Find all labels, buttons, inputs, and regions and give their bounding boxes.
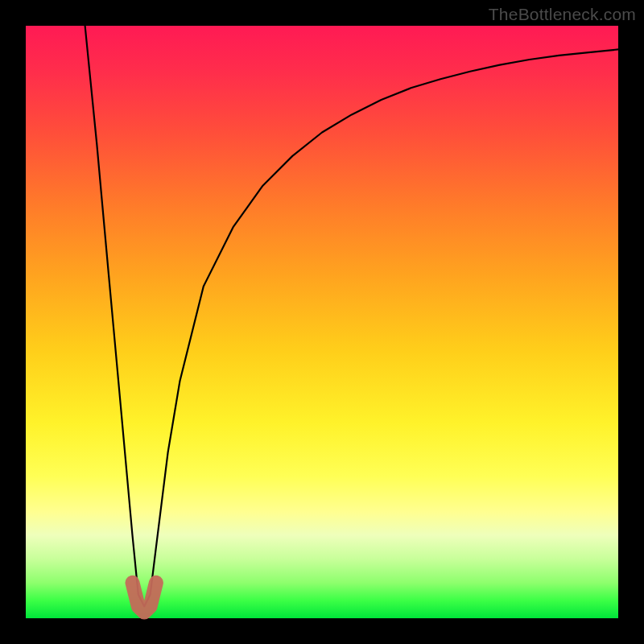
optimal-marker xyxy=(133,583,156,613)
bottleneck-curve xyxy=(85,26,618,606)
bottleneck-curve-svg xyxy=(26,26,618,618)
plot-area xyxy=(26,26,618,618)
chart-frame: TheBottleneck.com xyxy=(0,0,644,644)
watermark-text: TheBottleneck.com xyxy=(489,5,636,24)
